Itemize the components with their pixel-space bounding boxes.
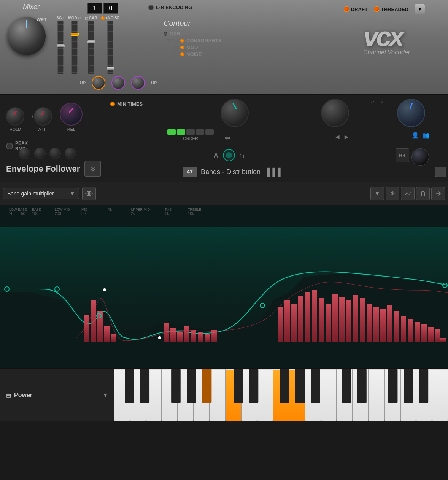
car-slider-track <box>88 21 94 74</box>
blue-knob[interactable] <box>397 99 425 127</box>
white-key-e3[interactable] <box>369 369 384 421</box>
white-key-a[interactable] <box>194 369 210 421</box>
white-key-c2[interactable] <box>226 369 241 421</box>
curve-knob-3[interactable] <box>49 148 61 159</box>
bar-26 <box>360 298 365 342</box>
bar-21 <box>326 304 331 342</box>
white-key-b[interactable] <box>210 369 226 421</box>
bar-12 <box>205 334 210 342</box>
center-large-knob[interactable] <box>221 99 249 127</box>
number-box-1[interactable]: 1 <box>87 3 102 14</box>
eq-point-5[interactable] <box>158 336 161 339</box>
white-key-c[interactable] <box>114 369 130 421</box>
curve-knob-2[interactable] <box>34 148 46 159</box>
sg-slider-track <box>57 21 64 74</box>
contour-car-label: CAR <box>170 31 180 37</box>
lr-encoding[interactable]: L-R ENCODING <box>148 5 192 10</box>
toolbar-freeze-btn[interactable]: ❄ <box>386 187 399 200</box>
draft-led <box>344 6 349 12</box>
right-large-knob[interactable] <box>321 99 349 127</box>
eye-button[interactable] <box>82 187 96 200</box>
band-gain-dropdown[interactable]: Band gain multiplier ▼ <box>3 188 79 199</box>
rel-label: REL <box>67 127 75 132</box>
hp-label-right: HP <box>151 81 157 85</box>
consonants-radio[interactable] <box>180 39 184 43</box>
toolbar-dropdown-btn[interactable]: ▼ <box>370 187 384 200</box>
rel-knob[interactable] <box>60 103 83 126</box>
curve-knob-1[interactable] <box>19 148 30 159</box>
white-key-e2[interactable] <box>257 369 273 421</box>
eq-point-3[interactable] <box>103 288 106 291</box>
white-key-g2[interactable] <box>289 369 305 421</box>
white-key-b2[interactable] <box>321 369 337 421</box>
white-key-d[interactable] <box>130 369 146 421</box>
top-right-options: DRAFT THREADED ▼ <box>344 4 425 14</box>
freeze-icon: ❄ <box>90 164 96 173</box>
freq-low-bass: LOW BASS 20 50 <box>9 208 32 216</box>
min-times-row: MIN TIMES <box>110 101 143 107</box>
hold-knob-group: HOLD <box>6 107 24 132</box>
bar-37 <box>435 329 440 342</box>
toolbar-magnet-btn[interactable] <box>416 187 430 200</box>
white-key-g[interactable] <box>178 369 194 421</box>
skip-btn[interactable]: ⏮ <box>396 148 409 162</box>
draft-option[interactable]: DRAFT <box>344 6 368 12</box>
hp-knob-right[interactable] <box>131 76 145 90</box>
white-key-f2[interactable] <box>273 369 289 421</box>
white-key-f3[interactable] <box>384 369 400 421</box>
noise-radio[interactable] <box>180 52 184 56</box>
bars-icon[interactable]: ▐▐▐ <box>264 168 281 176</box>
att-knob[interactable] <box>34 107 52 126</box>
mod-label: MOD <box>68 16 77 20</box>
car-radio[interactable] <box>164 32 167 36</box>
freq-treble: TREBLE 10k <box>188 208 439 216</box>
lr-encoding-radio[interactable] <box>148 5 154 10</box>
bands-section: 47 Bands - Distribution ▐▐▐ <box>183 167 281 177</box>
wet-knob[interactable] <box>8 17 46 55</box>
curve-knob-4[interactable] <box>65 148 76 159</box>
white-key-a2[interactable] <box>305 369 321 421</box>
mini-knob-right[interactable] <box>411 148 429 166</box>
white-key-g3[interactable] <box>400 369 416 421</box>
order-bar-4 <box>196 129 204 135</box>
order-bar-5 <box>205 129 214 135</box>
white-key-e[interactable] <box>146 369 162 421</box>
white-key-a3[interactable] <box>416 369 432 421</box>
lambda-right-icon[interactable]: ∩ <box>239 150 245 160</box>
bar-31 <box>394 311 399 342</box>
white-key-d2[interactable] <box>241 369 257 421</box>
right-large-knob-section <box>321 99 349 127</box>
mod-radio[interactable] <box>180 46 184 49</box>
peak-rms-toggle[interactable] <box>6 143 13 149</box>
freeze-button[interactable]: ❄ <box>84 161 101 177</box>
bar-7 <box>170 328 176 342</box>
piano-section: ▤ Power ▼ <box>0 368 448 421</box>
hold-knob[interactable] <box>6 107 24 126</box>
hp-knob-left[interactable] <box>92 76 105 90</box>
hp-knob-center[interactable] <box>111 76 125 90</box>
three-dots-button[interactable]: ··· <box>435 167 446 177</box>
white-key-c3[interactable] <box>337 369 353 421</box>
toolbar-export-btn[interactable] <box>431 187 445 200</box>
multi-user-icon: 👥 <box>422 132 430 139</box>
toolbar-curve-btn[interactable] <box>401 187 415 200</box>
order-bar-3 <box>186 129 195 135</box>
rel-knob-indicator <box>69 108 74 113</box>
white-key-f[interactable] <box>162 369 178 421</box>
white-key-b3[interactable] <box>432 369 448 421</box>
bar-20 <box>319 298 324 342</box>
options-dropdown-button[interactable]: ▼ <box>415 4 425 14</box>
min-times-label: MIN TIMES <box>117 101 143 107</box>
peak-label: PEAK <box>15 141 28 146</box>
right-arrow-icon: ► <box>343 133 350 141</box>
power-dropdown-arrow[interactable]: ▼ <box>103 392 108 398</box>
lr-arrow-icon: ⇔ <box>224 133 231 142</box>
power-icon-display: ▤ <box>6 392 11 398</box>
lambda-left-icon[interactable]: ∧ <box>213 150 219 160</box>
eq-svg <box>0 224 448 368</box>
circle-control[interactable] <box>223 149 235 161</box>
white-key-d3[interactable] <box>353 369 369 421</box>
threaded-option[interactable]: THREADED <box>374 6 408 12</box>
bar-16 <box>291 304 297 342</box>
number-box-2[interactable]: 0 <box>103 3 118 14</box>
